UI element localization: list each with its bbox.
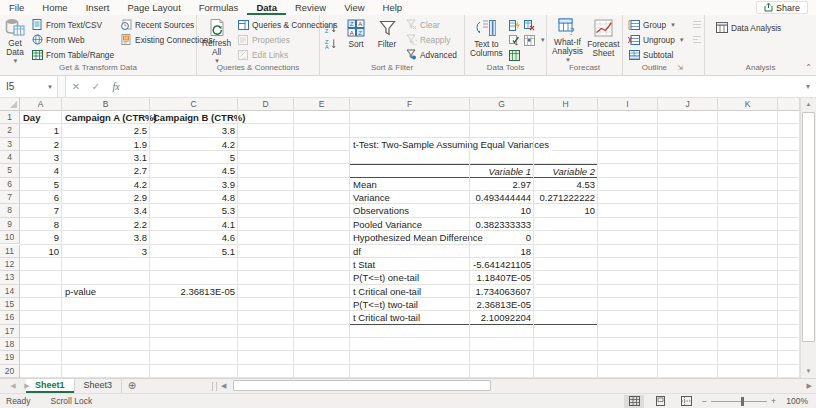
confirm-entry-icon[interactable]: ✓ <box>86 76 106 97</box>
grid-cell-A7[interactable]: 6 <box>20 191 62 204</box>
zoom-out-button[interactable]: − <box>702 396 707 406</box>
page-break-preview-button[interactable] <box>676 395 696 408</box>
row-header-4[interactable]: 4 <box>0 151 20 164</box>
vertical-scrollbar[interactable]: ▲ ▼ <box>800 98 816 378</box>
name-box[interactable]: I5 ▼ <box>0 76 58 97</box>
grid-cell-A3[interactable]: 2 <box>20 138 62 151</box>
select-all-corner[interactable] <box>0 98 20 111</box>
grid-cell-G10[interactable]: 0 <box>470 231 534 244</box>
row-header-3[interactable]: 3 <box>0 138 20 151</box>
manage-data-model-button[interactable] <box>506 48 549 62</box>
grid-cell-C14[interactable]: 2.36813E-05 <box>150 285 238 298</box>
text-to-columns-button[interactable]: Text to Columns <box>467 16 506 62</box>
grid-cell-G15[interactable]: 2.36813E-05 <box>470 298 534 311</box>
formula-bar-splitter[interactable] <box>58 76 66 97</box>
grid-cell-C6[interactable]: 3.9 <box>150 178 238 191</box>
zoom-level[interactable]: 100% <box>782 396 808 406</box>
sort-descending-button[interactable]: ZA <box>322 36 340 52</box>
from-table-range-button[interactable]: From Table/Range <box>28 47 117 62</box>
flash-fill-button[interactable] <box>506 18 549 32</box>
grid-cell-F9[interactable]: Pooled Variance <box>350 218 470 231</box>
grid-cell-C9[interactable]: 4.1 <box>150 218 238 231</box>
col-header-H[interactable]: H <box>534 98 598 111</box>
new-sheet-button[interactable]: ⊕ <box>122 379 142 393</box>
grid-cell-A10[interactable]: 9 <box>20 231 62 244</box>
data-analysis-button[interactable]: Data Analysis <box>713 20 784 35</box>
grid-cell-G14[interactable]: 1.734063607 <box>470 285 534 298</box>
col-header-I[interactable]: I <box>598 98 658 111</box>
row-header-11[interactable]: 11 <box>0 245 20 258</box>
grid-cell-B14[interactable]: p-value <box>62 285 150 298</box>
tab-insert[interactable]: Insert <box>77 0 119 15</box>
grid-cell-B8[interactable]: 3.4 <box>62 204 150 217</box>
grid-cell-F12[interactable]: t Stat <box>350 258 470 271</box>
col-header-C[interactable]: C <box>150 98 238 111</box>
grid-cell-C11[interactable]: 5.1 <box>150 245 238 258</box>
insert-function-icon[interactable]: fx <box>106 76 126 97</box>
grid-cell-F13[interactable]: P(T<=t) one-tail <box>350 271 470 284</box>
reapply-filter-button[interactable]: Reapply <box>402 32 460 47</box>
grid-cell-B2[interactable]: 2.5 <box>62 124 150 137</box>
grid-cell-A6[interactable]: 5 <box>20 178 62 191</box>
col-header-E[interactable]: E <box>294 98 350 111</box>
grid-cell-G6[interactable]: 2.97 <box>470 178 534 191</box>
ungroup-button[interactable]: Ungroup▼ <box>625 32 688 47</box>
filter-button[interactable]: Filter <box>372 16 402 62</box>
hide-detail-button[interactable] <box>688 32 706 47</box>
grid-cell-A5[interactable]: 4 <box>20 164 62 177</box>
tab-page-layout[interactable]: Page Layout <box>118 0 189 15</box>
grid-cell-B7[interactable]: 2.9 <box>62 191 150 204</box>
normal-view-button[interactable] <box>624 395 644 408</box>
data-validation-button[interactable]: ▼ <box>506 33 549 47</box>
tab-home[interactable]: Home <box>33 0 76 15</box>
row-header-8[interactable]: 8 <box>0 204 20 217</box>
grid-cell-A4[interactable]: 3 <box>20 151 62 164</box>
grid-cell-B9[interactable]: 2.2 <box>62 218 150 231</box>
advanced-filter-button[interactable]: Advanced <box>402 47 460 62</box>
tab-file[interactable]: File <box>0 0 33 15</box>
scroll-left-arrow[interactable]: ◀ <box>221 382 226 390</box>
row-header-19[interactable]: 19 <box>0 351 20 364</box>
subtotal-button[interactable]: Subtotal <box>625 47 688 62</box>
grid-cell-C8[interactable]: 5.3 <box>150 204 238 217</box>
grid-cell-F14[interactable]: t Critical one-tail <box>350 285 470 298</box>
share-button[interactable]: Share <box>756 1 808 14</box>
grid-cell-F16[interactable]: t Critical two-tail <box>350 311 470 324</box>
scroll-down-arrow[interactable]: ▼ <box>801 365 816 378</box>
grid-cell-C10[interactable]: 4.6 <box>150 231 238 244</box>
row-header-5[interactable]: 5 <box>0 164 20 177</box>
formula-bar-expand-arrow[interactable]: ▼ <box>800 76 816 97</box>
row-header-7[interactable]: 7 <box>0 191 20 204</box>
row-header-15[interactable]: 15 <box>0 298 20 311</box>
grid-cell-F3[interactable]: t-Test: Two-Sample Assuming Equal Varian… <box>350 138 552 151</box>
grid-cell-G12[interactable]: -5.641421105 <box>470 258 534 271</box>
row-header-18[interactable]: 18 <box>0 338 20 351</box>
tab-scroll-splitter[interactable] <box>212 382 217 391</box>
clear-filter-button[interactable]: Clear <box>402 17 460 32</box>
row-header-2[interactable]: 2 <box>0 124 20 137</box>
grid-cell-H7[interactable]: 0.271222222 <box>534 191 598 204</box>
what-if-analysis-button[interactable]: ? What-If Analysis▼ <box>549 16 586 62</box>
col-header-B[interactable]: B <box>62 98 150 111</box>
row-header-20[interactable]: 20 <box>0 365 20 378</box>
grid-cell-G16[interactable]: 2.10092204 <box>470 311 534 324</box>
from-web-button[interactable]: From Web <box>28 32 117 47</box>
grid-cell-B5[interactable]: 2.7 <box>62 164 150 177</box>
grid-cell-B6[interactable]: 4.2 <box>62 178 150 191</box>
grid-cell-B4[interactable]: 3.1 <box>62 151 150 164</box>
col-header-K[interactable]: K <box>718 98 778 111</box>
from-text-csv-button[interactable]: From Text/CSV <box>28 17 117 32</box>
grid-cell-C7[interactable]: 4.8 <box>150 191 238 204</box>
sheet-tab-sheet3[interactable]: Sheet3 <box>75 379 123 393</box>
name-box-dropdown-arrow[interactable]: ▼ <box>47 84 53 90</box>
forecast-sheet-button[interactable]: Forecast Sheet <box>586 16 621 62</box>
scroll-up-arrow[interactable]: ▲ <box>801 98 816 111</box>
tab-view[interactable]: View <box>335 0 373 15</box>
grid-cell-F5[interactable] <box>350 164 470 177</box>
grid-cell-F7[interactable]: Variance <box>350 191 470 204</box>
grid-cell-A8[interactable]: 7 <box>20 204 62 217</box>
grid-cell-C3[interactable]: 4.2 <box>150 138 238 151</box>
row-header-12[interactable]: 12 <box>0 258 20 271</box>
grid-cell-B3[interactable]: 1.9 <box>62 138 150 151</box>
grid-cell-G7[interactable]: 0.493444444 <box>470 191 534 204</box>
